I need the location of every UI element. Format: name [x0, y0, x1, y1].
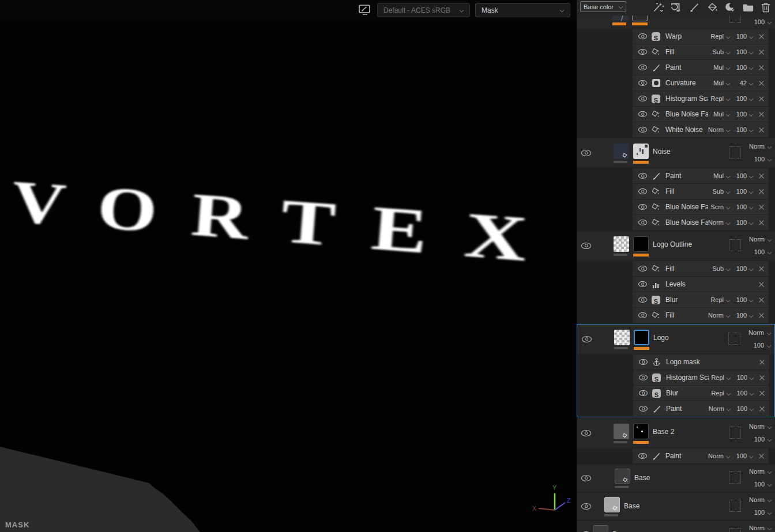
opacity-select[interactable]: 42	[734, 80, 747, 86]
effect-row[interactable]: Blue Noise FastScrn100	[633, 199, 769, 214]
visibility-eye-icon[interactable]	[581, 430, 591, 436]
delete-effect-icon[interactable]	[759, 127, 764, 133]
delete-effect-icon[interactable]	[759, 205, 764, 210]
fill-bucket-icon[interactable]	[706, 2, 718, 13]
visibility-eye-icon[interactable]	[638, 204, 647, 210]
effect-row[interactable]: PaintMul100	[633, 60, 769, 75]
delete-effect-icon[interactable]	[759, 297, 764, 303]
visibility-eye-icon[interactable]	[638, 96, 647, 101]
opacity-select[interactable]: 100	[749, 153, 772, 165]
effect-row[interactable]: BlurRepl100	[633, 292, 769, 307]
anchor-reference-slot[interactable]	[728, 333, 740, 345]
content-thumbnail[interactable]	[632, 16, 648, 21]
opacity-select[interactable]: 100	[734, 452, 747, 459]
add-effect-wand-icon[interactable]	[652, 2, 665, 13]
anchor-reference-slot[interactable]	[729, 146, 741, 159]
blend-mode-select[interactable]: Mul	[708, 172, 724, 179]
effect-row[interactable]: Histogram ScanRepl100	[633, 370, 769, 385]
opacity-select[interactable]: 100	[734, 265, 747, 272]
visibility-eye-icon[interactable]	[638, 220, 647, 225]
anchor-reference-slot[interactable]	[729, 239, 741, 251]
visibility-eye-icon[interactable]	[581, 243, 591, 249]
delete-effect-icon[interactable]	[759, 220, 764, 225]
opacity-select[interactable]: 100	[749, 246, 772, 258]
opacity-select[interactable]: 100	[734, 126, 747, 133]
layer-row[interactable]: Base Norm 100	[577, 493, 775, 520]
delete-effect-icon[interactable]	[759, 189, 764, 194]
opacity-select[interactable]: 100	[754, 16, 772, 28]
blend-mode-select[interactable]: Norm	[749, 140, 772, 153]
blend-mode-select[interactable]: Norm	[749, 522, 772, 532]
opacity-select[interactable]: 100	[748, 339, 771, 352]
visibility-eye-icon[interactable]	[638, 453, 647, 459]
blend-mode-select[interactable]: Repl	[708, 33, 724, 40]
blend-mode-select[interactable]: Norm	[748, 326, 771, 339]
opacity-select[interactable]: 100	[734, 33, 747, 40]
blend-mode-select[interactable]: Repl	[709, 390, 724, 397]
effect-row[interactable]: Levels	[633, 277, 769, 292]
visibility-eye-icon[interactable]	[638, 266, 647, 271]
visibility-eye-icon[interactable]	[638, 49, 647, 55]
effect-row[interactable]: Logo mask	[633, 354, 769, 369]
opacity-select[interactable]: 100	[734, 48, 747, 55]
anchor-reference-slot[interactable]	[729, 16, 741, 23]
visibility-eye-icon[interactable]	[639, 359, 648, 365]
mask-thumbnail[interactable]	[614, 144, 629, 159]
anchor-reference-slot[interactable]	[729, 528, 741, 532]
projection-icon[interactable]	[724, 2, 736, 13]
mask-thumbnail[interactable]	[614, 330, 630, 345]
opacity-select[interactable]: 100	[734, 188, 747, 195]
mask-thumbnail[interactable]	[612, 16, 629, 21]
reimport-resource-icon[interactable]	[670, 2, 683, 13]
delete-effect-icon[interactable]	[759, 96, 764, 101]
delete-effect-icon[interactable]	[759, 34, 764, 39]
effect-row[interactable]: FillSub100	[633, 44, 769, 59]
visibility-eye-icon[interactable]	[638, 111, 647, 117]
visibility-eye-icon[interactable]	[638, 127, 647, 133]
opacity-select[interactable]: 100	[734, 296, 747, 303]
visibility-eye-icon[interactable]	[638, 33, 647, 39]
blend-mode-select[interactable]: Mul	[708, 111, 724, 118]
delete-effect-icon[interactable]	[759, 50, 764, 55]
anchor-reference-slot[interactable]	[729, 471, 741, 484]
delete-effect-icon[interactable]	[759, 454, 764, 459]
effect-row[interactable]: PaintMul100	[633, 168, 769, 183]
blend-mode-select[interactable]: Norm	[708, 126, 724, 133]
content-thumbnail[interactable]	[593, 525, 608, 532]
display-profile-select[interactable]: Default - ACES sRGB	[377, 3, 470, 17]
effect-row[interactable]: CurvatureMul42	[633, 76, 769, 90]
mask-thumbnail[interactable]	[614, 424, 629, 439]
delete-effect-icon[interactable]	[759, 313, 764, 318]
anchor-reference-slot[interactable]	[729, 500, 741, 512]
mask-thumbnail[interactable]	[614, 236, 629, 252]
delete-effect-icon[interactable]	[759, 406, 765, 412]
effect-row[interactable]: FillSub100	[633, 184, 769, 199]
effect-row[interactable]: PaintNorm100	[633, 448, 769, 463]
opacity-select[interactable]: 100	[734, 111, 747, 118]
layer-group-row[interactable]: Logo Outline Norm 100	[577, 231, 775, 261]
blend-mode-select[interactable]: Mul	[708, 64, 724, 71]
layer-group-row[interactable]: Base 2 Norm 100	[577, 418, 775, 448]
effect-row[interactable]: White NoiseNorm100	[633, 122, 769, 137]
channel-mode-select[interactable]: Mask	[475, 3, 570, 17]
3d-viewport[interactable]: Default - ACES sRGB Mask VORTEX MASK Y X…	[0, 0, 577, 532]
delete-effect-icon[interactable]	[759, 360, 765, 365]
blend-mode-select[interactable]: Norm	[709, 405, 724, 412]
opacity-select[interactable]: 100	[735, 390, 747, 397]
visibility-eye-icon[interactable]	[639, 375, 648, 380]
blend-mode-select[interactable]: Repl	[709, 374, 724, 381]
blend-mode-select[interactable]: Norm	[749, 465, 772, 478]
delete-effect-icon[interactable]	[759, 266, 764, 271]
blend-mode-select[interactable]: Sub	[708, 265, 724, 272]
blend-mode-select[interactable]: Repl	[708, 95, 724, 102]
effect-row[interactable]: FillSub100	[633, 261, 769, 276]
display-settings-icon[interactable]	[359, 5, 371, 15]
content-thumbnail[interactable]	[634, 330, 649, 345]
blend-mode-select[interactable]: Norm	[708, 312, 724, 319]
opacity-select[interactable]: 100	[749, 506, 772, 519]
visibility-eye-icon[interactable]	[638, 312, 647, 318]
delete-effect-icon[interactable]	[759, 282, 764, 287]
visibility-eye-icon[interactable]	[638, 80, 647, 86]
opacity-select[interactable]: 100	[734, 64, 747, 71]
layer-group-row-clipped[interactable]: 100	[577, 16, 775, 28]
